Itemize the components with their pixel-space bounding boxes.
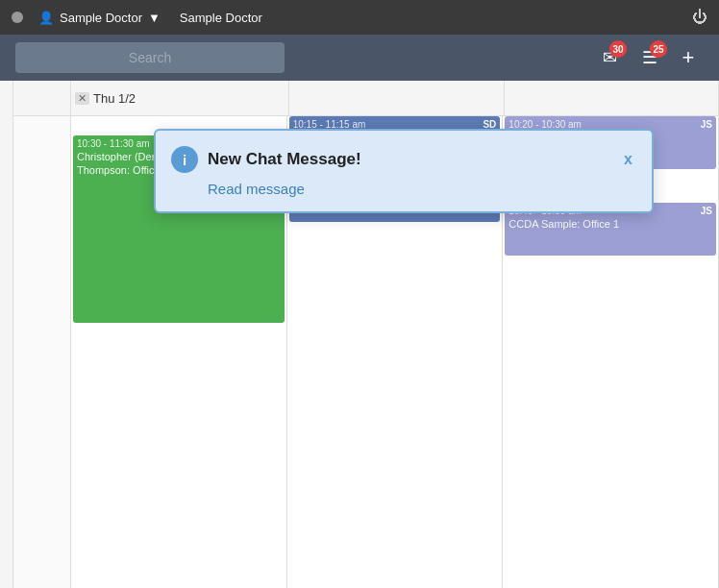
search-input[interactable] (15, 42, 285, 73)
close-day-icon[interactable]: ✕ (75, 92, 89, 105)
appt-name: CCDA Sample: Office 1 (508, 217, 712, 231)
day-col-header-2 (505, 81, 719, 115)
popup-title: New Chat Message! (208, 150, 614, 169)
mail-badge: 30 (609, 40, 627, 58)
nav-right: ✉ 30 ☰ 25 + (592, 40, 704, 75)
mail-button[interactable]: ✉ 30 (592, 40, 627, 75)
title-bar-user[interactable]: 👤 Sample Doctor ▼ (38, 11, 161, 25)
popup-header: i New Chat Message! x (171, 146, 632, 173)
header-spacer (13, 81, 71, 115)
title-bar-title: Sample Doctor (180, 11, 262, 25)
nav-bar: ✉ 30 ☰ 25 + (0, 35, 719, 81)
read-message-link[interactable]: Read message (208, 181, 305, 197)
username-label: Sample Doctor (60, 11, 142, 25)
popup-close-button[interactable]: x (624, 151, 632, 168)
user-icon: 👤 (38, 11, 54, 25)
chevron-down-icon: ▼ (148, 11, 161, 25)
list-button[interactable]: ☰ 25 (632, 40, 667, 75)
power-icon[interactable]: ⏻ (692, 9, 707, 26)
traffic-light (12, 12, 23, 23)
day-col-header-0: ✕ Thu 1/2 (71, 81, 289, 115)
day-col-header-1 (289, 81, 504, 115)
time-col (0, 81, 13, 588)
day-header-label: Thu 1/2 (93, 91, 136, 106)
day-headers: ✕ Thu 1/2 (13, 81, 719, 116)
info-icon: i (171, 146, 198, 173)
time-gutter (13, 116, 71, 588)
calendar-area: ✕ Thu 1/2 SD 10:30 - 11:30 am Christophe… (0, 81, 719, 588)
chat-popup: i New Chat Message! x Read message (154, 129, 654, 213)
add-button[interactable]: + (673, 42, 704, 73)
list-badge: 25 (650, 40, 667, 58)
title-bar: 👤 Sample Doctor ▼ Sample Doctor ⏻ (0, 0, 719, 35)
